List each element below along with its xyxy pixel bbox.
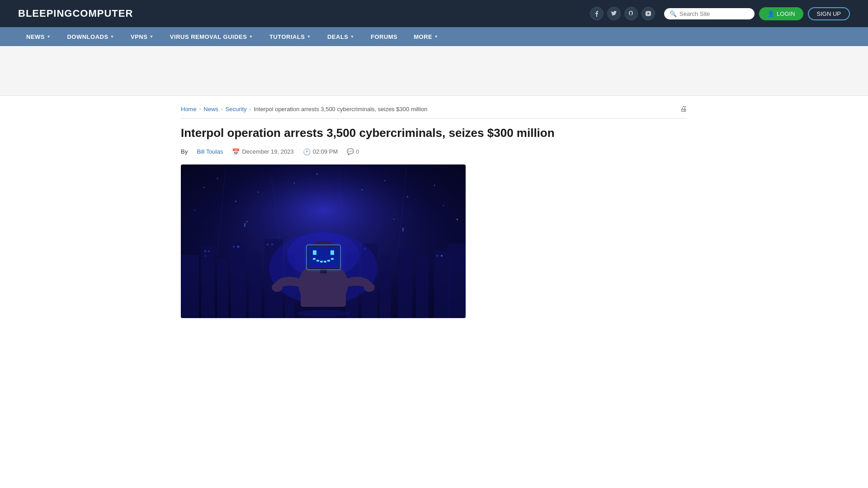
main-nav: NEWS▼ DOWNLOADS▼ VPNS▼ VIRUS REMOVAL GUI… — [0, 27, 868, 46]
header-right: 🔍 👤 LOGIN SIGN UP — [590, 7, 850, 20]
article-meta: By Bill Toulas 📅 December 19, 2023 🕐 02:… — [181, 148, 687, 155]
svg-rect-39 — [434, 185, 435, 186]
svg-rect-12 — [398, 248, 412, 318]
svg-rect-22 — [271, 244, 273, 245]
svg-rect-35 — [316, 174, 318, 175]
site-header: BLEEPINGCOMPUTER 🔍 👤 LOGIN SIGN UP — [0, 0, 868, 27]
signup-button[interactable]: SIGN UP — [808, 7, 850, 20]
youtube-icon[interactable] — [642, 7, 655, 20]
svg-rect-17 — [208, 250, 210, 252]
svg-rect-56 — [316, 260, 319, 262]
svg-rect-32 — [235, 201, 236, 202]
print-icon[interactable]: 🖨 — [680, 105, 687, 113]
article-title: Interpol operation arrests 3,500 cybercr… — [181, 126, 687, 141]
article-date: December 19, 2023 — [242, 148, 293, 155]
site-logo[interactable]: BLEEPINGCOMPUTER — [18, 8, 133, 19]
chevron-down-icon: ▼ — [249, 34, 253, 39]
svg-rect-64 — [244, 223, 245, 227]
breadcrumb-news[interactable]: News — [203, 106, 218, 113]
signup-label: SIGN UP — [817, 10, 841, 17]
nav-more[interactable]: MORE▼ — [406, 27, 446, 46]
logo-text-bold: COMPUTER — [72, 8, 133, 19]
svg-rect-11 — [416, 257, 429, 318]
nav-news[interactable]: NEWS▼ — [18, 27, 59, 46]
svg-rect-10 — [448, 244, 466, 318]
nav-deals[interactable]: DEALS▼ — [319, 27, 363, 46]
breadcrumb-home[interactable]: Home — [181, 106, 197, 113]
svg-rect-3 — [201, 246, 215, 318]
svg-rect-21 — [267, 244, 269, 245]
svg-rect-67 — [393, 219, 394, 220]
by-label: By — [181, 148, 188, 155]
breadcrumb-security[interactable]: Security — [226, 106, 247, 113]
svg-rect-41 — [443, 205, 444, 206]
nav-vpns[interactable]: VPNS▼ — [123, 27, 162, 46]
breadcrumb: Home › News › Security › Interpol operat… — [181, 105, 687, 119]
comment-icon: 💬 — [347, 148, 354, 155]
svg-rect-53 — [313, 250, 316, 255]
svg-rect-40 — [194, 210, 195, 211]
logo-text-plain: BLEEPING — [18, 8, 72, 19]
date-meta: 📅 December 19, 2023 — [232, 148, 293, 155]
comment-count[interactable]: 💬 0 — [347, 148, 359, 155]
clock-icon: 🕐 — [303, 148, 311, 155]
author-link[interactable]: Bill Toulas — [197, 148, 223, 155]
facebook-icon[interactable] — [590, 7, 604, 20]
nav-forums[interactable]: FORUMS — [363, 27, 406, 46]
svg-rect-57 — [320, 261, 323, 263]
svg-rect-42 — [457, 219, 458, 220]
nav-downloads[interactable]: DOWNLOADS▼ — [59, 27, 123, 46]
search-box[interactable]: 🔍 — [664, 8, 755, 19]
chevron-down-icon: ▼ — [110, 34, 114, 39]
svg-rect-59 — [327, 260, 330, 262]
svg-rect-55 — [313, 258, 316, 260]
article-image — [181, 164, 466, 318]
nav-tutorials[interactable]: TUTORIALS▼ — [261, 27, 319, 46]
login-label: LOGIN — [777, 10, 795, 17]
social-icons — [590, 7, 655, 20]
svg-rect-60 — [331, 258, 334, 260]
svg-rect-52 — [308, 247, 339, 268]
time-meta: 🕐 02:09 PM — [303, 148, 338, 155]
svg-rect-54 — [330, 250, 334, 255]
chevron-down-icon: ▼ — [307, 34, 311, 39]
svg-rect-13 — [380, 255, 391, 318]
svg-rect-34 — [294, 183, 295, 183]
mastodon-icon[interactable] — [624, 7, 638, 20]
svg-rect-61 — [320, 270, 327, 273]
svg-rect-37 — [384, 180, 385, 181]
svg-point-48 — [272, 283, 283, 292]
svg-rect-38 — [407, 196, 408, 197]
comment-number: 0 — [356, 148, 359, 155]
svg-rect-5 — [231, 241, 246, 318]
advertisement-banner — [0, 46, 868, 96]
svg-rect-2 — [181, 255, 199, 318]
search-icon: 🔍 — [670, 10, 677, 17]
svg-rect-58 — [324, 261, 326, 263]
svg-rect-6 — [249, 253, 261, 318]
svg-rect-31 — [217, 178, 218, 179]
svg-rect-36 — [362, 189, 363, 190]
breadcrumb-sep-1: › — [199, 106, 201, 112]
breadcrumb-sep-2: › — [221, 106, 223, 112]
svg-rect-16 — [204, 250, 206, 252]
svg-point-49 — [364, 283, 375, 292]
breadcrumb-current: Interpol operation arrests 3,500 cybercr… — [254, 106, 427, 113]
nav-virus-removal[interactable]: VIRUS REMOVAL GUIDES▼ — [162, 27, 261, 46]
svg-rect-66 — [402, 228, 404, 231]
calendar-icon: 📅 — [232, 148, 240, 155]
svg-rect-24 — [441, 255, 443, 257]
chevron-down-icon: ▼ — [434, 34, 438, 39]
content-wrapper: Home › News › Security › Interpol operat… — [163, 96, 705, 336]
svg-point-63 — [296, 310, 350, 317]
article-time: 02:09 PM — [313, 148, 338, 155]
svg-rect-20 — [237, 246, 239, 248]
twitter-icon[interactable] — [607, 7, 621, 20]
svg-rect-4 — [217, 259, 228, 318]
svg-rect-33 — [258, 192, 259, 192]
login-button[interactable]: 👤 LOGIN — [759, 7, 803, 20]
svg-rect-65 — [246, 221, 248, 222]
chevron-down-icon: ▼ — [350, 34, 354, 39]
search-input[interactable] — [679, 10, 749, 17]
breadcrumb-sep-3: › — [250, 106, 251, 112]
